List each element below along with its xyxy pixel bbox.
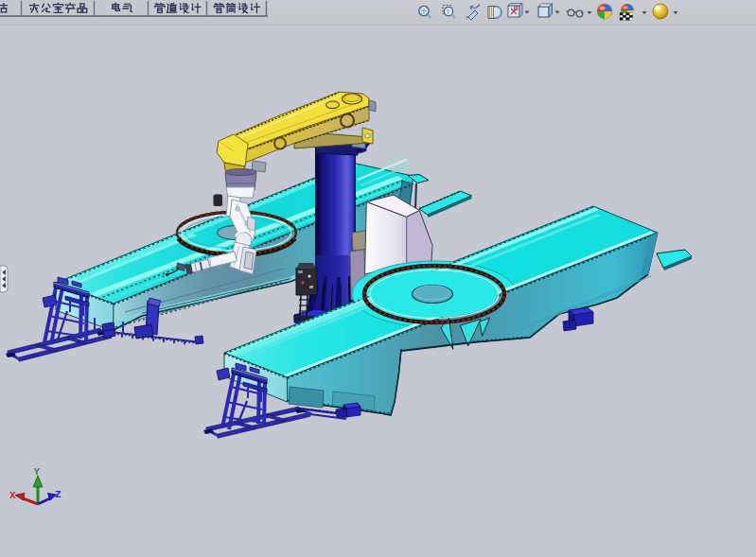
svg-text:X: X	[9, 490, 16, 501]
svg-text:Z: Z	[55, 489, 62, 500]
svg-text:Y: Y	[34, 466, 41, 478]
svg-text:!: !	[447, 8, 448, 16]
